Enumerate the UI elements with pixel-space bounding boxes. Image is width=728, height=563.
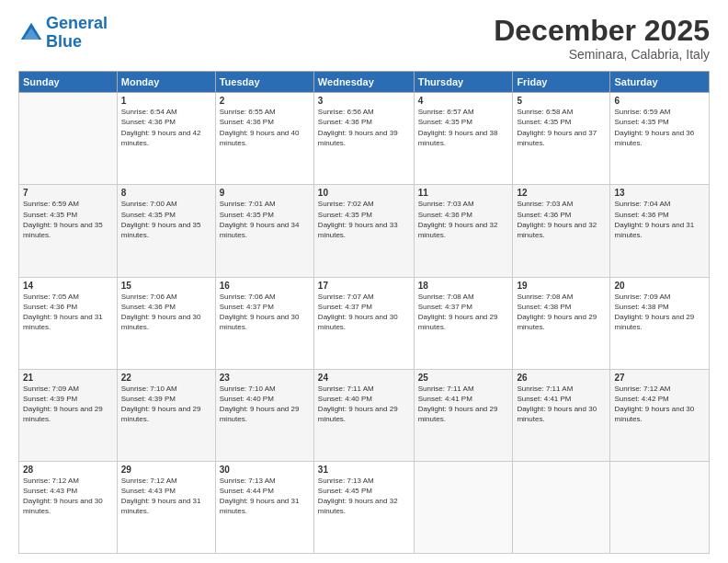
- daylight: Daylight: 9 hours and 29 minutes.: [220, 404, 310, 424]
- sunrise: Sunrise: 7:00 AM: [121, 199, 211, 209]
- logo: General Blue: [18, 15, 108, 52]
- day-number: 4: [418, 96, 509, 106]
- sunrise: Sunrise: 7:12 AM: [23, 476, 113, 486]
- daylight: Daylight: 9 hours and 32 minutes.: [318, 496, 410, 516]
- logo-line2: Blue: [46, 32, 82, 51]
- day-cell: 21 Sunrise: 7:09 AM Sunset: 4:39 PM Dayl…: [19, 369, 118, 461]
- sunrise: Sunrise: 7:02 AM: [318, 199, 410, 209]
- month-title: December 2025: [494, 15, 710, 47]
- day-cell: [513, 461, 610, 553]
- daylight: Daylight: 9 hours and 29 minutes.: [23, 404, 113, 424]
- day-cell: 18 Sunrise: 7:08 AM Sunset: 4:37 PM Dayl…: [414, 277, 513, 369]
- sunset: Sunset: 4:36 PM: [318, 117, 410, 127]
- sunrise: Sunrise: 7:10 AM: [121, 384, 211, 394]
- day-cell: [414, 461, 513, 553]
- day-cell: 13 Sunrise: 7:04 AM Sunset: 4:36 PM Dayl…: [610, 185, 710, 277]
- daylight: Daylight: 9 hours and 31 minutes.: [614, 220, 705, 240]
- daylight: Daylight: 9 hours and 29 minutes.: [418, 404, 509, 424]
- day-cell: 28 Sunrise: 7:12 AM Sunset: 4:43 PM Dayl…: [19, 461, 118, 553]
- daylight: Daylight: 9 hours and 39 minutes.: [318, 128, 410, 148]
- daylight: Daylight: 9 hours and 31 minutes.: [23, 312, 113, 332]
- day-info: Sunrise: 6:59 AM Sunset: 4:35 PM Dayligh…: [23, 199, 113, 240]
- day-number: 11: [418, 188, 509, 198]
- daylight: Daylight: 9 hours and 35 minutes.: [121, 220, 211, 240]
- sunrise: Sunrise: 7:09 AM: [23, 384, 113, 394]
- col-thursday: Thursday: [414, 72, 513, 93]
- day-cell: 27 Sunrise: 7:12 AM Sunset: 4:42 PM Dayl…: [610, 369, 710, 461]
- day-info: Sunrise: 7:12 AM Sunset: 4:43 PM Dayligh…: [23, 476, 113, 517]
- sunrise: Sunrise: 6:59 AM: [23, 199, 113, 209]
- daylight: Daylight: 9 hours and 30 minutes.: [220, 312, 310, 332]
- sunrise: Sunrise: 7:06 AM: [121, 292, 211, 302]
- day-cell: 24 Sunrise: 7:11 AM Sunset: 4:40 PM Dayl…: [313, 369, 414, 461]
- day-info: Sunrise: 7:03 AM Sunset: 4:36 PM Dayligh…: [517, 199, 606, 240]
- day-number: 3: [318, 96, 410, 106]
- day-info: Sunrise: 7:04 AM Sunset: 4:36 PM Dayligh…: [614, 199, 705, 240]
- day-number: 29: [121, 465, 211, 475]
- day-cell: 9 Sunrise: 7:01 AM Sunset: 4:35 PM Dayli…: [215, 185, 313, 277]
- sunrise: Sunrise: 6:57 AM: [418, 107, 509, 117]
- daylight: Daylight: 9 hours and 30 minutes.: [121, 312, 211, 332]
- sunrise: Sunrise: 6:59 AM: [614, 107, 705, 117]
- sunset: Sunset: 4:36 PM: [517, 210, 606, 220]
- sunset: Sunset: 4:43 PM: [23, 486, 113, 496]
- day-info: Sunrise: 7:11 AM Sunset: 4:41 PM Dayligh…: [418, 384, 509, 425]
- logo-line1: General: [46, 14, 108, 32]
- day-cell: 10 Sunrise: 7:02 AM Sunset: 4:35 PM Dayl…: [313, 185, 414, 277]
- sunset: Sunset: 4:42 PM: [614, 394, 705, 404]
- sunset: Sunset: 4:35 PM: [614, 117, 705, 127]
- day-cell: 3 Sunrise: 6:56 AM Sunset: 4:36 PM Dayli…: [313, 93, 414, 185]
- sunset: Sunset: 4:37 PM: [418, 302, 509, 312]
- sunrise: Sunrise: 6:56 AM: [318, 107, 410, 117]
- day-info: Sunrise: 7:06 AM Sunset: 4:37 PM Dayligh…: [220, 292, 310, 333]
- day-cell: 6 Sunrise: 6:59 AM Sunset: 4:35 PM Dayli…: [610, 93, 710, 185]
- title-block: December 2025 Seminara, Calabria, Italy: [494, 15, 710, 62]
- sunrise: Sunrise: 7:10 AM: [220, 384, 310, 394]
- sunset: Sunset: 4:36 PM: [23, 302, 113, 312]
- day-info: Sunrise: 7:13 AM Sunset: 4:45 PM Dayligh…: [318, 476, 410, 517]
- day-cell: 7 Sunrise: 6:59 AM Sunset: 4:35 PM Dayli…: [19, 185, 118, 277]
- sunset: Sunset: 4:37 PM: [318, 302, 410, 312]
- header: General Blue December 2025 Seminara, Cal…: [18, 15, 710, 62]
- day-info: Sunrise: 6:55 AM Sunset: 4:36 PM Dayligh…: [220, 107, 310, 148]
- sunrise: Sunrise: 7:11 AM: [418, 384, 509, 394]
- daylight: Daylight: 9 hours and 36 minutes.: [614, 128, 705, 148]
- day-number: 6: [614, 96, 705, 106]
- sunset: Sunset: 4:36 PM: [418, 210, 509, 220]
- day-info: Sunrise: 7:12 AM Sunset: 4:43 PM Dayligh…: [121, 476, 211, 517]
- subtitle: Seminara, Calabria, Italy: [494, 47, 710, 62]
- sunset: Sunset: 4:38 PM: [517, 302, 606, 312]
- day-cell: 31 Sunrise: 7:13 AM Sunset: 4:45 PM Dayl…: [313, 461, 414, 553]
- day-number: 27: [614, 373, 705, 383]
- day-info: Sunrise: 7:01 AM Sunset: 4:35 PM Dayligh…: [220, 199, 310, 240]
- sunrise: Sunrise: 6:54 AM: [121, 107, 211, 117]
- day-info: Sunrise: 7:06 AM Sunset: 4:36 PM Dayligh…: [121, 292, 211, 333]
- day-info: Sunrise: 7:08 AM Sunset: 4:38 PM Dayligh…: [517, 292, 606, 333]
- sunset: Sunset: 4:35 PM: [220, 210, 310, 220]
- sunset: Sunset: 4:36 PM: [614, 210, 705, 220]
- sunrise: Sunrise: 7:04 AM: [614, 199, 705, 209]
- sunrise: Sunrise: 7:13 AM: [318, 476, 410, 486]
- daylight: Daylight: 9 hours and 29 minutes.: [318, 404, 410, 424]
- day-info: Sunrise: 6:57 AM Sunset: 4:35 PM Dayligh…: [418, 107, 509, 148]
- daylight: Daylight: 9 hours and 30 minutes.: [318, 312, 410, 332]
- daylight: Daylight: 9 hours and 30 minutes.: [517, 404, 606, 424]
- day-info: Sunrise: 7:02 AM Sunset: 4:35 PM Dayligh…: [318, 199, 410, 240]
- day-cell: 12 Sunrise: 7:03 AM Sunset: 4:36 PM Dayl…: [513, 185, 610, 277]
- day-info: Sunrise: 7:12 AM Sunset: 4:42 PM Dayligh…: [614, 384, 705, 425]
- daylight: Daylight: 9 hours and 31 minutes.: [121, 496, 211, 516]
- day-info: Sunrise: 6:58 AM Sunset: 4:35 PM Dayligh…: [517, 107, 606, 148]
- day-cell: 23 Sunrise: 7:10 AM Sunset: 4:40 PM Dayl…: [215, 369, 313, 461]
- day-info: Sunrise: 7:11 AM Sunset: 4:40 PM Dayligh…: [318, 384, 410, 425]
- day-info: Sunrise: 7:11 AM Sunset: 4:41 PM Dayligh…: [517, 384, 606, 425]
- day-number: 26: [517, 373, 606, 383]
- sunset: Sunset: 4:35 PM: [418, 117, 509, 127]
- col-monday: Monday: [117, 72, 215, 93]
- week-row-2: 7 Sunrise: 6:59 AM Sunset: 4:35 PM Dayli…: [19, 185, 710, 277]
- day-cell: 5 Sunrise: 6:58 AM Sunset: 4:35 PM Dayli…: [513, 93, 610, 185]
- daylight: Daylight: 9 hours and 34 minutes.: [220, 220, 310, 240]
- day-cell: 14 Sunrise: 7:05 AM Sunset: 4:36 PM Dayl…: [19, 277, 118, 369]
- day-cell: 1 Sunrise: 6:54 AM Sunset: 4:36 PM Dayli…: [117, 93, 215, 185]
- daylight: Daylight: 9 hours and 29 minutes.: [517, 312, 606, 332]
- sunrise: Sunrise: 7:09 AM: [614, 292, 705, 302]
